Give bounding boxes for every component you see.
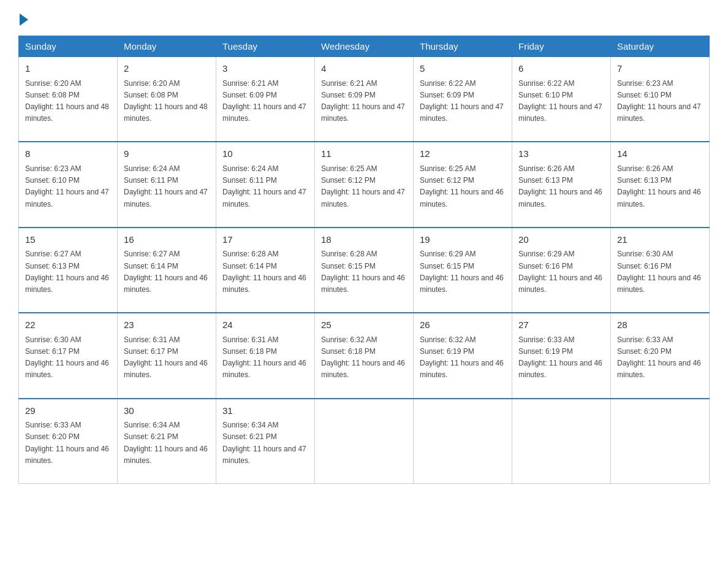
- day-number: 12: [420, 147, 506, 161]
- week-row-1: 1 Sunrise: 6:20 AM Sunset: 6:08 PM Dayli…: [19, 57, 710, 142]
- day-number: 6: [518, 62, 604, 76]
- day-info: Sunrise: 6:24 AM Sunset: 6:11 PM Dayligh…: [124, 163, 210, 222]
- day-info: Sunrise: 6:33 AM Sunset: 6:20 PM Dayligh…: [25, 419, 111, 478]
- day-number: 1: [25, 62, 111, 76]
- day-info: Sunrise: 6:30 AM Sunset: 6:16 PM Dayligh…: [617, 248, 703, 307]
- day-number: 14: [617, 147, 703, 161]
- day-info: Sunrise: 6:31 AM Sunset: 6:17 PM Dayligh…: [124, 334, 210, 393]
- day-info: Sunrise: 6:26 AM Sunset: 6:13 PM Dayligh…: [518, 163, 604, 222]
- header-tuesday: Tuesday: [216, 36, 315, 57]
- calendar-cell: 5 Sunrise: 6:22 AM Sunset: 6:09 PM Dayli…: [414, 57, 512, 142]
- day-number: 15: [25, 233, 111, 247]
- calendar-cell: 15 Sunrise: 6:27 AM Sunset: 6:13 PM Dayl…: [19, 228, 118, 313]
- day-number: 20: [518, 233, 604, 247]
- day-number: 9: [124, 147, 210, 161]
- day-number: 17: [222, 233, 308, 247]
- day-number: 23: [124, 318, 210, 332]
- day-info: Sunrise: 6:23 AM Sunset: 6:10 PM Dayligh…: [25, 163, 111, 222]
- logo: [18, 12, 28, 23]
- calendar-header-row: SundayMondayTuesdayWednesdayThursdayFrid…: [19, 36, 710, 57]
- day-info: Sunrise: 6:24 AM Sunset: 6:11 PM Dayligh…: [222, 163, 308, 222]
- week-row-3: 15 Sunrise: 6:27 AM Sunset: 6:13 PM Dayl…: [19, 228, 710, 313]
- calendar-cell: 13 Sunrise: 6:26 AM Sunset: 6:13 PM Dayl…: [512, 142, 611, 227]
- day-info: Sunrise: 6:21 AM Sunset: 6:09 PM Dayligh…: [321, 78, 407, 137]
- header-wednesday: Wednesday: [315, 36, 414, 57]
- week-row-4: 22 Sunrise: 6:30 AM Sunset: 6:17 PM Dayl…: [19, 313, 710, 398]
- day-info: Sunrise: 6:23 AM Sunset: 6:10 PM Dayligh…: [617, 78, 703, 137]
- calendar-cell: [414, 399, 512, 484]
- day-info: Sunrise: 6:25 AM Sunset: 6:12 PM Dayligh…: [420, 163, 506, 222]
- day-number: 4: [321, 62, 407, 76]
- day-info: Sunrise: 6:28 AM Sunset: 6:14 PM Dayligh…: [222, 248, 308, 307]
- day-number: 28: [617, 318, 703, 332]
- day-info: Sunrise: 6:29 AM Sunset: 6:15 PM Dayligh…: [420, 248, 506, 307]
- calendar-cell: 24 Sunrise: 6:31 AM Sunset: 6:18 PM Dayl…: [216, 313, 315, 398]
- calendar-table: SundayMondayTuesdayWednesdayThursdayFrid…: [18, 36, 710, 484]
- header-friday: Friday: [512, 36, 611, 57]
- day-info: Sunrise: 6:33 AM Sunset: 6:20 PM Dayligh…: [617, 334, 703, 393]
- calendar-cell: 6 Sunrise: 6:22 AM Sunset: 6:10 PM Dayli…: [512, 57, 611, 142]
- day-info: Sunrise: 6:34 AM Sunset: 6:21 PM Dayligh…: [124, 419, 210, 478]
- calendar-cell: 2 Sunrise: 6:20 AM Sunset: 6:08 PM Dayli…: [118, 57, 216, 142]
- week-row-2: 8 Sunrise: 6:23 AM Sunset: 6:10 PM Dayli…: [19, 142, 710, 227]
- header-sunday: Sunday: [19, 36, 118, 57]
- day-number: 31: [222, 404, 308, 418]
- day-number: 29: [25, 404, 111, 418]
- day-info: Sunrise: 6:20 AM Sunset: 6:08 PM Dayligh…: [124, 78, 210, 137]
- calendar-cell: 12 Sunrise: 6:25 AM Sunset: 6:12 PM Dayl…: [414, 142, 512, 227]
- header-saturday: Saturday: [611, 36, 710, 57]
- calendar-cell: 17 Sunrise: 6:28 AM Sunset: 6:14 PM Dayl…: [216, 228, 315, 313]
- calendar-cell: 20 Sunrise: 6:29 AM Sunset: 6:16 PM Dayl…: [512, 228, 611, 313]
- calendar-cell: 14 Sunrise: 6:26 AM Sunset: 6:13 PM Dayl…: [611, 142, 710, 227]
- day-info: Sunrise: 6:21 AM Sunset: 6:09 PM Dayligh…: [222, 78, 308, 137]
- calendar-cell: 19 Sunrise: 6:29 AM Sunset: 6:15 PM Dayl…: [414, 228, 512, 313]
- day-number: 22: [25, 318, 111, 332]
- header-monday: Monday: [118, 36, 216, 57]
- day-number: 2: [124, 62, 210, 76]
- day-number: 10: [222, 147, 308, 161]
- day-info: Sunrise: 6:26 AM Sunset: 6:13 PM Dayligh…: [617, 163, 703, 222]
- calendar-cell: 1 Sunrise: 6:20 AM Sunset: 6:08 PM Dayli…: [19, 57, 118, 142]
- day-number: 13: [518, 147, 604, 161]
- calendar-cell: 28 Sunrise: 6:33 AM Sunset: 6:20 PM Dayl…: [611, 313, 710, 398]
- calendar-cell: 29 Sunrise: 6:33 AM Sunset: 6:20 PM Dayl…: [19, 399, 118, 484]
- calendar-cell: [315, 399, 414, 484]
- calendar-cell: 18 Sunrise: 6:28 AM Sunset: 6:15 PM Dayl…: [315, 228, 414, 313]
- day-number: 5: [420, 62, 506, 76]
- day-number: 21: [617, 233, 703, 247]
- day-number: 27: [518, 318, 604, 332]
- day-info: Sunrise: 6:34 AM Sunset: 6:21 PM Dayligh…: [222, 419, 308, 478]
- calendar-cell: [512, 399, 611, 484]
- logo-top: [18, 12, 28, 26]
- day-number: 11: [321, 147, 407, 161]
- day-info: Sunrise: 6:29 AM Sunset: 6:16 PM Dayligh…: [518, 248, 604, 307]
- day-info: Sunrise: 6:30 AM Sunset: 6:17 PM Dayligh…: [25, 334, 111, 393]
- calendar-cell: [611, 399, 710, 484]
- day-info: Sunrise: 6:20 AM Sunset: 6:08 PM Dayligh…: [25, 78, 111, 137]
- calendar-cell: 21 Sunrise: 6:30 AM Sunset: 6:16 PM Dayl…: [611, 228, 710, 313]
- day-number: 8: [25, 147, 111, 161]
- day-info: Sunrise: 6:25 AM Sunset: 6:12 PM Dayligh…: [321, 163, 407, 222]
- calendar-cell: 7 Sunrise: 6:23 AM Sunset: 6:10 PM Dayli…: [611, 57, 710, 142]
- calendar-cell: 4 Sunrise: 6:21 AM Sunset: 6:09 PM Dayli…: [315, 57, 414, 142]
- day-number: 16: [124, 233, 210, 247]
- day-number: 3: [222, 62, 308, 76]
- calendar-cell: 25 Sunrise: 6:32 AM Sunset: 6:18 PM Dayl…: [315, 313, 414, 398]
- day-number: 25: [321, 318, 407, 332]
- day-info: Sunrise: 6:27 AM Sunset: 6:14 PM Dayligh…: [124, 248, 210, 307]
- day-info: Sunrise: 6:22 AM Sunset: 6:09 PM Dayligh…: [420, 78, 506, 137]
- page-header: [18, 12, 710, 23]
- calendar-cell: 30 Sunrise: 6:34 AM Sunset: 6:21 PM Dayl…: [118, 399, 216, 484]
- calendar-cell: 31 Sunrise: 6:34 AM Sunset: 6:21 PM Dayl…: [216, 399, 315, 484]
- day-info: Sunrise: 6:31 AM Sunset: 6:18 PM Dayligh…: [222, 334, 308, 393]
- day-number: 30: [124, 404, 210, 418]
- day-number: 24: [222, 318, 308, 332]
- calendar-cell: 3 Sunrise: 6:21 AM Sunset: 6:09 PM Dayli…: [216, 57, 315, 142]
- week-row-5: 29 Sunrise: 6:33 AM Sunset: 6:20 PM Dayl…: [19, 399, 710, 484]
- day-info: Sunrise: 6:22 AM Sunset: 6:10 PM Dayligh…: [518, 78, 604, 137]
- calendar-cell: 10 Sunrise: 6:24 AM Sunset: 6:11 PM Dayl…: [216, 142, 315, 227]
- day-number: 18: [321, 233, 407, 247]
- calendar-cell: 23 Sunrise: 6:31 AM Sunset: 6:17 PM Dayl…: [118, 313, 216, 398]
- header-thursday: Thursday: [414, 36, 512, 57]
- calendar-cell: 16 Sunrise: 6:27 AM Sunset: 6:14 PM Dayl…: [118, 228, 216, 313]
